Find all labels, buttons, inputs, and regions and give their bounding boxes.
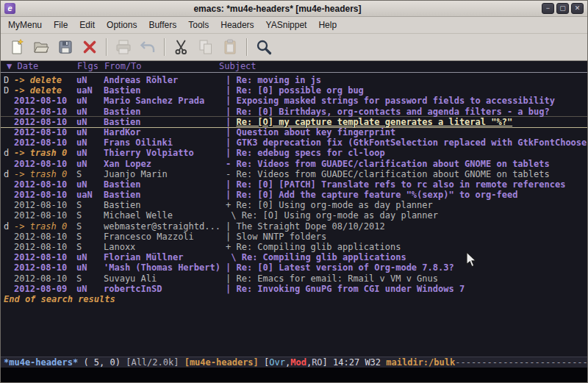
subject-area: - Re: Videos from GUADEC/clarification a…: [226, 159, 587, 169]
save-button[interactable]: [53, 36, 77, 59]
message-row[interactable]: 2012-08-09uNrobertcInSD| Re: Invoking Gn…: [1, 284, 587, 294]
message-row[interactable]: 2012-08-10uNXan Lopez- Re: Videos from G…: [1, 159, 587, 169]
subject-text: Re: edebug specs for cl-loop: [236, 148, 384, 158]
date-cell: 2012-08-10: [14, 190, 76, 200]
subject-text: Re: Compiling glib applications: [242, 252, 406, 262]
new-file-icon: [8, 38, 26, 56]
message-row[interactable]: 2012-08-10uNBastien| Re: [0] Birthdays, …: [1, 107, 587, 117]
save-icon: [57, 38, 74, 56]
mark-cell: [4, 242, 14, 252]
message-row[interactable]: 2012-08-10SLanoxx+ Re: Compiling glib ap…: [1, 242, 587, 252]
flags-cell: S: [76, 273, 104, 284]
thread-separator: |: [226, 284, 236, 294]
message-row[interactable]: 2012-08-10uNBastien| Re: [O] my capture …: [1, 117, 587, 127]
message-row[interactable]: 2012-08-10SMichael Welle \ Re: [O] Using…: [1, 210, 587, 221]
column-header-flags[interactable]: Flgs: [77, 61, 98, 72]
menu-file[interactable]: File: [48, 17, 74, 33]
date-cell: 2012-08-10: [14, 127, 76, 137]
menu-headers[interactable]: Headers: [215, 17, 259, 33]
subject-area: | Re: [0] Latest version of Org-mode 7.8…: [226, 262, 587, 273]
column-header-from[interactable]: From/To: [104, 61, 142, 72]
subject-text: Re: Videos from GUADEC/clarification abo…: [236, 169, 549, 179]
modeline-dashes: -------------------------: [455, 357, 587, 368]
from-cell: Bastien: [104, 200, 226, 210]
mark-cell: [4, 252, 14, 262]
column-header-date[interactable]: ▼ Date: [7, 61, 38, 72]
thread-separator: |: [226, 262, 236, 273]
mark-cell: [4, 262, 14, 273]
menu-mymenu[interactable]: MyMenu: [2, 17, 48, 33]
emacs-icon: e: [4, 3, 15, 14]
message-row[interactable]: 2012-08-10uN'Mash (Thomas Herbert)| Re: …: [1, 262, 587, 273]
message-row[interactable]: 2012-08-10uNFrans Oilinki| GTK3 deprecat…: [1, 137, 587, 148]
menu-buffers[interactable]: Buffers: [143, 17, 182, 33]
minimize-button[interactable]: −: [542, 3, 554, 14]
menu-edit[interactable]: Edit: [74, 17, 101, 33]
message-row[interactable]: 2012-08-10uNBastien| Re: [0] [PATCH] Tra…: [1, 179, 587, 190]
mark-cell: d: [4, 169, 14, 179]
title-bar[interactable]: e emacs: *mu4e-headers* [mu4e-headers] −…: [1, 1, 587, 17]
flags-cell: S: [76, 210, 104, 221]
from-cell: HardKor: [104, 127, 226, 137]
menu-help[interactable]: Help: [312, 17, 343, 33]
message-row[interactable]: 2012-08-10uNFlorian Müllner \ Re: Compil…: [1, 252, 587, 262]
flags-cell: uN: [76, 107, 104, 117]
flags-cell: S: [76, 242, 104, 252]
message-row[interactable]: d-> trash 0SJuanjo Marin- Re: Videos fro…: [1, 169, 587, 179]
message-row[interactable]: 2012-08-10uNMario Sanchez Prada| Exposin…: [1, 96, 587, 106]
modeline-dim: [All/2.0k]: [126, 357, 184, 368]
thread-separator: |: [226, 137, 236, 148]
subject-text: The Straight Dope 08/10/2012: [236, 221, 384, 232]
menu-options[interactable]: Options: [101, 17, 143, 33]
flags-cell: uN: [76, 117, 104, 127]
flags-cell: uN: [76, 96, 104, 106]
subject-area: | Re: Emacs for email: Rmail v VM v Gnus: [226, 273, 587, 284]
message-row[interactable]: 2012-08-10uNHardKor| Question about key …: [1, 127, 587, 137]
modeline-mod: Mod: [290, 357, 306, 368]
flags-cell: S: [76, 232, 104, 242]
mark-cell: [4, 137, 14, 148]
from-cell: Bastien: [104, 117, 226, 127]
menu-yasnippet[interactable]: YASnippet: [260, 17, 313, 33]
subject-text: Re: [0] possible org bug: [236, 85, 363, 96]
menu-tools[interactable]: Tools: [182, 17, 215, 33]
modeline-plain: ]: [323, 357, 333, 368]
mode-line: *mu4e-headers* ( 5, 0) [All/2.0k] [mu4e-…: [1, 357, 587, 368]
buffer-area[interactable]: ▼ Date Flgs From/To Subject D-> deleteuN…: [1, 61, 587, 357]
message-row[interactable]: d-> trash 0Swebmaster@straightd...| The …: [1, 221, 587, 232]
thread-separator: \: [226, 210, 242, 221]
message-row[interactable]: d-> trash 0uNThierry Volpiatto| Re: edeb…: [1, 148, 587, 158]
window-title: emacs: *mu4e-headers* [mu4e-headers]: [15, 4, 539, 14]
date-cell: 2012-08-10: [14, 232, 76, 242]
emacs-window: e emacs: *mu4e-headers* [mu4e-headers] −…: [0, 0, 588, 383]
mark-cell: [4, 179, 14, 190]
search-button[interactable]: [251, 36, 276, 59]
new-file-button[interactable]: [4, 36, 29, 59]
flags-cell: S: [76, 221, 104, 232]
column-header-subject[interactable]: Subject: [219, 61, 257, 72]
cut-button[interactable]: [169, 36, 193, 59]
modeline-plain: ( 5, 0): [78, 357, 126, 368]
kill-buffer-button[interactable]: [77, 36, 101, 59]
message-row[interactable]: 2012-08-10SBastien+ Re: [0] Using org-mo…: [1, 200, 587, 210]
close-button[interactable]: ✕: [571, 3, 584, 14]
maximize-button[interactable]: ▢: [556, 3, 569, 14]
open-folder-button[interactable]: [29, 36, 53, 59]
subject-area: | Re: moving in js: [226, 75, 587, 85]
message-row[interactable]: 2012-08-10SSuvayu Ali| Re: Emacs for ema…: [1, 273, 587, 284]
flags-cell: uN: [76, 252, 104, 262]
message-row[interactable]: 2012-08-10SFrancesco Mazzoli| Slow NNTP …: [1, 232, 587, 242]
subject-text: Re: [O] Using org-mode as day planner: [242, 210, 438, 221]
date-cell: 2012-08-10: [14, 210, 76, 221]
subject-text: Re: [0] Using org-mode as day planner: [236, 200, 432, 210]
menu-bar: MyMenuFileEditOptionsBuffersToolsHeaders…: [1, 17, 587, 34]
message-row[interactable]: D-> deleteuNAndreas Röhler| Re: moving i…: [1, 75, 587, 85]
toolbar-separator: [246, 38, 247, 56]
thread-separator: \: [226, 252, 242, 262]
message-row[interactable]: D-> deleteuaNBastien| Re: [0] possible o…: [1, 85, 587, 96]
toolbar-separator: [106, 38, 107, 56]
subject-text: Re: [0] [PATCH] Translate refs to rc als…: [236, 179, 565, 190]
from-cell: Francesco Mazzoli: [104, 232, 226, 242]
message-row[interactable]: 2012-08-10uaNBastien| Re: [0] Add the ca…: [1, 190, 587, 200]
subject-text: Re: [0] Latest version of Org-mode 7.8.3…: [236, 262, 453, 273]
